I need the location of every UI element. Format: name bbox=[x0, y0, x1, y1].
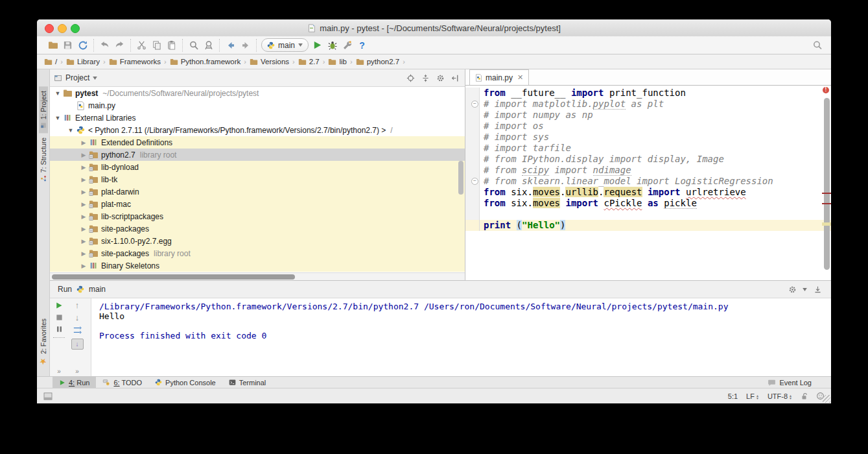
breadcrumb-python2-7[interactable]: python2.7 bbox=[354, 57, 402, 66]
error-stripe-mark[interactable] bbox=[822, 193, 831, 194]
redo-icon[interactable] bbox=[113, 39, 126, 51]
tool-button-terminal[interactable]: Terminal bbox=[222, 377, 273, 388]
resize-grip[interactable] bbox=[823, 395, 830, 403]
tool-button-todo[interactable]: 6: TODO bbox=[96, 377, 148, 388]
caret-position-widget[interactable]: 5:1 bbox=[728, 392, 738, 400]
collapse-all-icon[interactable] bbox=[419, 72, 431, 84]
help-icon[interactable]: ? bbox=[356, 39, 368, 51]
tree-item-main-py[interactable]: main.py bbox=[50, 99, 465, 112]
open-folder-icon[interactable] bbox=[47, 39, 59, 51]
code-line[interactable] bbox=[465, 209, 831, 220]
run-button[interactable] bbox=[311, 39, 323, 51]
event-log-button[interactable]: Event Log bbox=[768, 377, 831, 388]
zoom-window-button[interactable] bbox=[71, 24, 80, 33]
breadcrumb-versions[interactable]: Versions bbox=[248, 57, 291, 66]
chevron-collapsed-icon[interactable]: ▶ bbox=[79, 152, 88, 158]
code-line[interactable]: # import os bbox=[465, 121, 831, 132]
breadcrumb-python-framework[interactable]: Python.framework bbox=[168, 57, 243, 66]
tree-item-site-packages-library-root[interactable]: ▶ site-packages library root bbox=[50, 247, 465, 259]
chevron-collapsed-icon[interactable]: ▶ bbox=[79, 139, 88, 146]
up-stack-icon[interactable]: ↑ bbox=[75, 302, 80, 309]
copy-icon[interactable] bbox=[150, 39, 163, 51]
breadcrumb-2-7[interactable]: 2.7 bbox=[296, 57, 322, 66]
project-view-selector[interactable]: Project bbox=[65, 73, 89, 82]
settings-wrench-icon[interactable] bbox=[341, 39, 353, 51]
soft-wrap-icon[interactable] bbox=[73, 326, 82, 334]
tree-item-lib-dynload[interactable]: ▶ lib-dynload bbox=[50, 161, 465, 173]
scrollbar-thumb[interactable] bbox=[52, 274, 295, 280]
find-icon[interactable] bbox=[187, 39, 200, 51]
chevron-collapsed-icon[interactable]: ▶ bbox=[79, 213, 88, 220]
tool-button-favorites[interactable]: ★ 2: Favorites bbox=[38, 314, 49, 371]
run-configuration-select[interactable]: main bbox=[261, 38, 309, 52]
close-window-button[interactable] bbox=[45, 24, 54, 33]
code-line[interactable]: # import numpy as np bbox=[465, 110, 831, 121]
tree-item-external-libraries[interactable]: ▼ External Libraries bbox=[50, 112, 465, 124]
rerun-button[interactable] bbox=[55, 302, 63, 309]
tree-item-lib-scriptpackages[interactable]: ▶ lib-scriptpackages bbox=[50, 210, 465, 222]
caret-stripe-mark[interactable] bbox=[822, 222, 831, 226]
tree-item-extended-definitions[interactable]: ▶ Extended Definitions bbox=[50, 136, 465, 149]
toggle-toolwindows-icon[interactable] bbox=[43, 392, 53, 400]
run-settings-gear-icon[interactable] bbox=[786, 283, 798, 295]
chevron-collapsed-icon[interactable]: ▶ bbox=[79, 238, 88, 245]
hide-panel-icon[interactable] bbox=[449, 72, 461, 84]
scrollbar-thumb[interactable] bbox=[824, 98, 830, 270]
chevron-expanded-icon[interactable]: ▼ bbox=[53, 115, 62, 121]
undo-icon[interactable] bbox=[99, 39, 111, 51]
breadcrumb-library[interactable]: Library bbox=[64, 57, 102, 66]
search-everywhere-icon[interactable] bbox=[811, 39, 823, 51]
tool-button-run[interactable]: 4: Run bbox=[53, 377, 96, 388]
more-actions-chevron[interactable]: » bbox=[75, 368, 79, 375]
fold-marker-icon[interactable]: − bbox=[471, 101, 478, 108]
code-line-caret[interactable]: print ("Hello") bbox=[465, 220, 831, 231]
code-line[interactable]: from six.moves import cPickle as pickle bbox=[465, 198, 831, 209]
down-stack-icon[interactable]: ↓ bbox=[75, 314, 80, 322]
code-line[interactable]: # import tarfile bbox=[465, 143, 831, 154]
chevron-collapsed-icon[interactable]: ▶ bbox=[79, 176, 88, 183]
chevron-collapsed-icon[interactable]: ▶ bbox=[79, 226, 88, 232]
tree-item-python2-7-library-root[interactable]: ▶ python2.7 library root bbox=[50, 149, 465, 161]
forward-icon[interactable] bbox=[239, 39, 252, 51]
chevron-expanded-icon[interactable]: ▼ bbox=[66, 127, 75, 134]
tree-item-pytest-root[interactable]: ▼ pytest ~/Documents/Software/Neural/pro… bbox=[50, 87, 465, 99]
close-tab-icon[interactable]: ✕ bbox=[517, 73, 523, 82]
tree-item-lib-tk[interactable]: ▶ lib-tk bbox=[50, 173, 465, 185]
tool-button-project[interactable]: 1: Project bbox=[39, 86, 48, 133]
project-horizontal-scrollbar[interactable] bbox=[50, 272, 465, 280]
error-stripe-mark[interactable] bbox=[822, 203, 831, 204]
tool-button-python-console[interactable]: Python Console bbox=[148, 377, 222, 388]
tree-item-six-egg[interactable]: ▶ six-1.10.0-py2.7.egg bbox=[50, 235, 465, 247]
chevron-expanded-icon[interactable]: ▼ bbox=[53, 90, 62, 97]
tree-item-site-packages[interactable]: ▶ site-packages bbox=[50, 222, 465, 235]
encoding-widget[interactable]: UTF-8▲▼ bbox=[768, 392, 792, 400]
save-all-icon[interactable] bbox=[62, 39, 74, 51]
line-separator-widget[interactable]: LF▲▼ bbox=[746, 392, 759, 400]
code-line[interactable]: # from scipy import ndimage bbox=[465, 165, 831, 176]
minimize-window-button[interactable] bbox=[58, 24, 67, 33]
back-icon[interactable] bbox=[224, 39, 237, 51]
fold-marker-icon[interactable]: − bbox=[471, 178, 478, 185]
more-actions-chevron[interactable]: » bbox=[57, 368, 61, 375]
locate-file-icon[interactable] bbox=[405, 72, 416, 84]
tree-item-plat-mac[interactable]: ▶ plat-mac bbox=[50, 198, 465, 210]
readonly-lock-icon[interactable] bbox=[801, 392, 808, 400]
tool-button-structure[interactable]: 7: Structure bbox=[39, 133, 48, 186]
debug-button[interactable] bbox=[326, 39, 338, 51]
chevron-collapsed-icon[interactable]: ▶ bbox=[79, 189, 88, 195]
breadcrumb-lib[interactable]: lib bbox=[326, 57, 349, 66]
pause-button[interactable] bbox=[56, 326, 63, 333]
paste-icon[interactable] bbox=[165, 39, 178, 51]
panel-settings-gear-icon[interactable] bbox=[434, 72, 446, 84]
code-line[interactable]: # import sys bbox=[465, 132, 831, 143]
code-line[interactable]: −# import matplotlib.pyplot as plt bbox=[465, 99, 831, 110]
run-console-output[interactable]: /Library/Frameworks/Python.framework/Ver… bbox=[91, 298, 831, 377]
synchronize-icon[interactable] bbox=[76, 39, 89, 51]
tab-main-py[interactable]: main.py ✕ bbox=[469, 69, 529, 85]
chevron-collapsed-icon[interactable]: ▶ bbox=[79, 201, 88, 208]
tree-item-binary-skeletons[interactable]: ▶ Binary Skeletons bbox=[50, 259, 465, 272]
chevron-collapsed-icon[interactable]: ▶ bbox=[79, 263, 88, 269]
code-editor[interactable]: from __future__ import print_function −#… bbox=[465, 86, 831, 281]
replace-icon[interactable] bbox=[202, 39, 215, 51]
chevron-collapsed-icon[interactable]: ▶ bbox=[79, 250, 88, 257]
